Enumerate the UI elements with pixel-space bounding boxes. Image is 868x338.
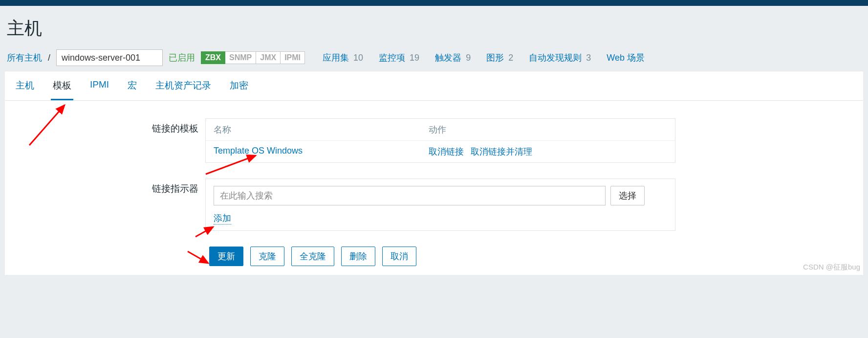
tab-inventory[interactable]: 主机资产记录 [153, 71, 213, 100]
tab-encryption[interactable]: 加密 [228, 71, 250, 100]
host-name-input[interactable] [56, 49, 163, 66]
badge-ipmi: IPMI [281, 51, 305, 64]
watermark: CSDN @征服bug [803, 263, 860, 272]
template-name-link[interactable]: Template OS Windows [214, 146, 303, 156]
web-scenarios-link[interactable]: Web 场景 [607, 52, 645, 64]
update-button[interactable]: 更新 [209, 247, 243, 266]
graphs-link[interactable]: 图形 2 [486, 52, 513, 64]
template-search-input[interactable] [214, 186, 606, 205]
delete-button[interactable]: 删除 [341, 247, 375, 266]
linked-templates-table: 名称 动作 Template OS Windows 取消链接 取消链接并清理 [205, 118, 675, 163]
status-enabled: 已启用 [169, 52, 195, 64]
badge-zbx: ZBX [201, 51, 225, 64]
table-row: Template OS Windows 取消链接 取消链接并清理 [206, 141, 675, 162]
items-link[interactable]: 监控项 19 [379, 52, 419, 64]
clone-button[interactable]: 克隆 [250, 247, 284, 266]
main-panel: 主机 模板 IPMI 宏 主机资产记录 加密 链接的模板 名称 动作 Templ… [5, 71, 863, 275]
page-title: 主机 [0, 6, 868, 49]
col-name: 名称 [214, 124, 429, 135]
badge-snmp: SNMP [225, 51, 256, 64]
tab-templates[interactable]: 模板 [51, 71, 73, 100]
col-action: 动作 [429, 124, 667, 135]
add-link[interactable]: 添加 [214, 212, 231, 225]
breadcrumb-separator: / [48, 53, 50, 63]
unlink-clear-link[interactable]: 取消链接并清理 [471, 146, 532, 158]
action-buttons: 更新 克隆 全克隆 删除 取消 [209, 247, 863, 266]
discovery-link[interactable]: 自动发现规则 3 [529, 52, 591, 64]
unlink-link[interactable]: 取消链接 [429, 146, 464, 158]
host-info-bar: 所有主机 / 已启用 ZBX SNMP JMX IPMI 应用集 10 监控项 … [0, 49, 868, 71]
badge-jmx: JMX [256, 51, 281, 64]
cancel-button[interactable]: 取消 [382, 247, 416, 266]
full-clone-button[interactable]: 全克隆 [291, 247, 334, 266]
top-nav [0, 0, 868, 6]
tab-macros[interactable]: 宏 [126, 71, 139, 100]
interface-badges: ZBX SNMP JMX IPMI [201, 51, 305, 64]
link-new-box: 选择 添加 [205, 179, 675, 231]
tabs: 主机 模板 IPMI 宏 主机资产记录 加密 [5, 71, 863, 101]
all-hosts-link[interactable]: 所有主机 [7, 52, 42, 64]
applications-link[interactable]: 应用集 10 [323, 52, 363, 64]
select-button[interactable]: 选择 [610, 186, 645, 205]
tab-ipmi[interactable]: IPMI [88, 71, 111, 100]
linked-templates-label: 链接的模板 [5, 118, 205, 135]
tab-host[interactable]: 主机 [14, 71, 36, 100]
link-new-label: 链接指示器 [5, 179, 205, 195]
triggers-link[interactable]: 触发器 9 [435, 52, 471, 64]
